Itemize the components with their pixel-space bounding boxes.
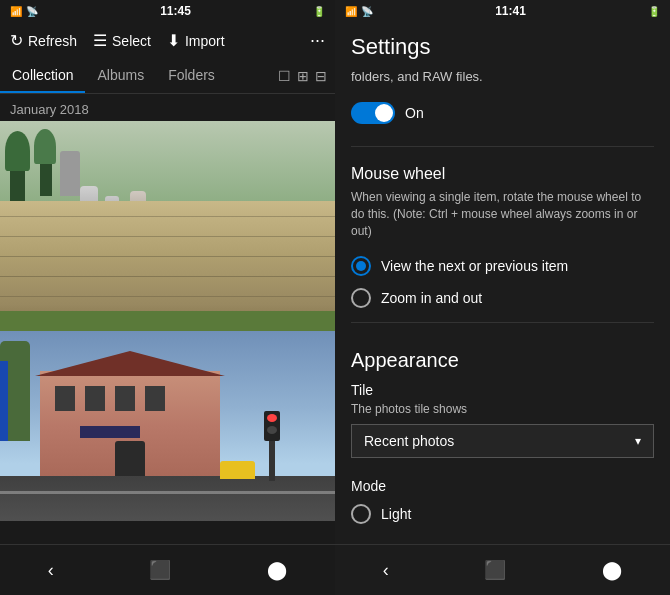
tile-label: Tile	[351, 382, 654, 402]
battery-icon-right: 🔋	[648, 6, 660, 17]
bottom-nav-right: ‹ ⬛ ⬤	[335, 544, 670, 595]
mode-radio-circle	[351, 504, 371, 524]
status-bar-left: 📶 📡 11:45 🔋	[0, 0, 335, 22]
select-label: Select	[112, 33, 151, 49]
select-button[interactable]: ☰ Select	[93, 31, 151, 50]
radio-row-1[interactable]: View the next or previous item	[351, 250, 654, 282]
radio-inner-1	[356, 261, 366, 271]
signal-icon-right: 📶	[345, 6, 357, 17]
mode-radio-row[interactable]: Light	[351, 498, 654, 530]
nav-tabs: Collection Albums Folders ☐ ⊞ ⊟	[0, 59, 335, 94]
photo-graveyard[interactable]	[0, 121, 335, 331]
search-button-right[interactable]: ⬤	[582, 555, 642, 585]
refresh-icon: ↻	[10, 31, 23, 50]
left-panel: 📶 📡 11:45 🔋 ↻ Refresh ☰ Select ⬇ Import …	[0, 0, 335, 595]
radio-row-2[interactable]: Zoom in and out	[351, 282, 654, 314]
settings-description: folders, and RAW files.	[351, 68, 654, 96]
toggle-row: On	[351, 96, 654, 138]
signal-icon-left: 📶	[10, 6, 22, 17]
divider-1	[351, 146, 654, 147]
import-icon: ⬇	[167, 31, 180, 50]
bottom-nav-left: ‹ ⬛ ⬤	[0, 544, 335, 595]
view-list-icon[interactable]: ⊟	[315, 68, 327, 84]
settings-title: Settings	[351, 22, 654, 68]
dropdown-selected: Recent photos	[364, 433, 454, 449]
toggle-switch[interactable]	[351, 102, 395, 124]
divider-2	[351, 322, 654, 323]
tile-desc: The photos tile shows	[351, 402, 654, 424]
signal-icons-left: 📶 📡	[10, 6, 38, 17]
home-button-left[interactable]: ⬛	[129, 555, 191, 585]
search-button-left[interactable]: ⬤	[247, 555, 307, 585]
refresh-button[interactable]: ↻ Refresh	[10, 31, 77, 50]
mouse-wheel-desc: When viewing a single item, rotate the m…	[351, 189, 654, 249]
import-label: Import	[185, 33, 225, 49]
mouse-wheel-title: Mouse wheel	[351, 155, 654, 189]
time-left: 11:45	[160, 4, 191, 18]
appearance-title: Appearance	[351, 341, 654, 382]
radio-circle-2	[351, 288, 371, 308]
right-panel: 📶 📡 11:41 🔋 Settings folders, and RAW fi…	[335, 0, 670, 595]
appearance-section: Appearance Tile The photos tile shows Re…	[351, 331, 654, 530]
time-right: 11:41	[495, 4, 526, 18]
more-button[interactable]: ···	[310, 30, 325, 51]
battery-left: 🔋	[313, 6, 325, 17]
photo-building[interactable]	[0, 331, 335, 521]
wifi-icon-right: 📡	[361, 6, 373, 17]
radio-label-1: View the next or previous item	[381, 258, 568, 274]
view-square-icon[interactable]: ☐	[278, 68, 291, 84]
chevron-down-icon: ▾	[635, 434, 641, 448]
tab-folders[interactable]: Folders	[156, 59, 227, 93]
settings-content: Settings folders, and RAW files. On Mous…	[335, 22, 670, 544]
view-grid-icon[interactable]: ⊞	[297, 68, 309, 84]
radio-circle-1	[351, 256, 371, 276]
back-button-left[interactable]: ‹	[28, 556, 74, 585]
status-bar-right: 📶 📡 11:41 🔋	[335, 0, 670, 22]
battery-icon-left: 🔋	[313, 6, 325, 17]
battery-right: 🔋	[648, 6, 660, 17]
tile-dropdown[interactable]: Recent photos ▾	[351, 424, 654, 458]
refresh-label: Refresh	[28, 33, 77, 49]
radio-label-2: Zoom in and out	[381, 290, 482, 306]
home-button-right[interactable]: ⬛	[464, 555, 526, 585]
toggle-thumb	[375, 104, 393, 122]
view-icons: ☐ ⊞ ⊟	[278, 59, 335, 93]
import-button[interactable]: ⬇ Import	[167, 31, 225, 50]
photos-grid	[0, 121, 335, 544]
toggle-label: On	[405, 105, 424, 121]
mode-radio-label: Light	[381, 506, 411, 522]
select-icon: ☰	[93, 31, 107, 50]
wifi-icon-left: 📡	[26, 6, 38, 17]
mode-label: Mode	[351, 470, 654, 498]
back-button-right[interactable]: ‹	[363, 556, 409, 585]
signal-icons-right: 📶 📡	[345, 6, 373, 17]
tab-albums[interactable]: Albums	[85, 59, 156, 93]
toolbar: ↻ Refresh ☰ Select ⬇ Import ···	[0, 22, 335, 59]
tab-collection[interactable]: Collection	[0, 59, 85, 93]
date-label: January 2018	[0, 94, 335, 121]
